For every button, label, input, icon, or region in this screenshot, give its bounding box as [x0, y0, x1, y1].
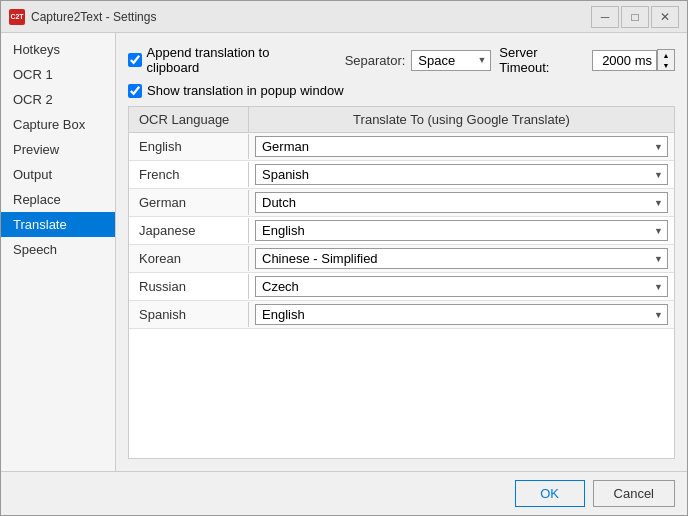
minimize-button[interactable]: ─ [591, 6, 619, 28]
sidebar-item-translate[interactable]: Translate [1, 212, 115, 237]
table-row: Korean Chinese - Simplified EnglishGerma… [129, 245, 674, 273]
ocr-language-cell: Korean [129, 246, 249, 271]
sidebar-item-capture-box[interactable]: Capture Box [1, 112, 115, 137]
table-row: German Dutch EnglishGermanFrenchSpanishJ… [129, 189, 674, 217]
separator-select-wrapper: Space None Tab Newline [411, 50, 491, 71]
show-translation-label[interactable]: Show translation in popup window [128, 83, 344, 98]
ocr-language-cell: German [129, 190, 249, 215]
sidebar-item-preview[interactable]: Preview [1, 137, 115, 162]
table-row: Russian Czech EnglishGermanFrenchSpanish… [129, 273, 674, 301]
translate-to-cell: Chinese - Simplified EnglishGermanFrench… [249, 245, 674, 272]
timeout-spinner: ▲ ▼ [657, 49, 675, 71]
table-row: French Spanish EnglishGermanFrenchDutchJ… [129, 161, 674, 189]
append-translation-label[interactable]: Append translation to clipboard [128, 45, 321, 75]
translate-select-wrapper: English GermanFrenchSpanishDutchJapanese… [255, 220, 668, 241]
table-header: OCR Language Translate To (using Google … [129, 107, 674, 133]
timeout-increment-button[interactable]: ▲ [658, 50, 674, 60]
translate-to-cell: Spanish EnglishGermanFrenchDutchJapanese… [249, 161, 674, 188]
separator-area: Separator: Space None Tab Newline [345, 50, 492, 71]
translate-select[interactable]: English GermanFrenchSpanishDutchJapanese… [255, 304, 668, 325]
window-title: Capture2Text - Settings [31, 10, 591, 24]
translation-table: OCR Language Translate To (using Google … [128, 106, 675, 459]
col-header-ocr: OCR Language [129, 107, 249, 132]
sidebar: Hotkeys OCR 1 OCR 2 Capture Box Preview … [1, 33, 116, 471]
sidebar-item-speech[interactable]: Speech [1, 237, 115, 262]
translate-select[interactable]: Czech EnglishGermanFrenchSpanishDutchJap… [255, 276, 668, 297]
translate-to-cell: Czech EnglishGermanFrenchSpanishDutchJap… [249, 273, 674, 300]
translate-select-wrapper: Dutch EnglishGermanFrenchSpanishJapanese… [255, 192, 668, 213]
bottom-bar: OK Cancel [1, 471, 687, 515]
translate-select-wrapper: English GermanFrenchSpanishDutchJapanese… [255, 304, 668, 325]
content-area: Hotkeys OCR 1 OCR 2 Capture Box Preview … [1, 33, 687, 471]
translate-select[interactable]: Chinese - Simplified EnglishGermanFrench… [255, 248, 668, 269]
table-row: Japanese English GermanFrenchSpanishDutc… [129, 217, 674, 245]
translate-to-cell: English GermanFrenchSpanishDutchJapanese… [249, 217, 674, 244]
translate-select[interactable]: Dutch EnglishGermanFrenchSpanishJapanese… [255, 192, 668, 213]
window-controls: ─ □ ✕ [591, 6, 679, 28]
server-timeout-label: Server Timeout: [499, 45, 586, 75]
ocr-language-cell: English [129, 134, 249, 159]
sidebar-item-hotkeys[interactable]: Hotkeys [1, 37, 115, 62]
separator-label: Separator: [345, 53, 406, 68]
maximize-button[interactable]: □ [621, 6, 649, 28]
title-bar: C2T Capture2Text - Settings ─ □ ✕ [1, 1, 687, 33]
translate-to-cell: Dutch EnglishGermanFrenchSpanishJapanese… [249, 189, 674, 216]
sidebar-item-ocr1[interactable]: OCR 1 [1, 62, 115, 87]
translate-to-cell: English GermanFrenchSpanishDutchJapanese… [249, 301, 674, 328]
timeout-row: ▲ ▼ [592, 49, 675, 71]
ocr-language-cell: French [129, 162, 249, 187]
table-row: Spanish English GermanFrenchSpanishDutch… [129, 301, 674, 329]
timeout-decrement-button[interactable]: ▼ [658, 60, 674, 70]
close-button[interactable]: ✕ [651, 6, 679, 28]
settings-window: C2T Capture2Text - Settings ─ □ ✕ Hotkey… [0, 0, 688, 516]
show-translation-row: Show translation in popup window [128, 83, 675, 98]
translate-select[interactable]: German EnglishFrenchSpanishDutchJapanese… [255, 136, 668, 157]
translate-select-wrapper: Czech EnglishGermanFrenchSpanishDutchJap… [255, 276, 668, 297]
translate-select-wrapper: German EnglishFrenchSpanishDutchJapanese… [255, 136, 668, 157]
ok-button[interactable]: OK [515, 480, 585, 507]
sidebar-item-ocr2[interactable]: OCR 2 [1, 87, 115, 112]
sidebar-item-output[interactable]: Output [1, 162, 115, 187]
ocr-language-cell: Russian [129, 274, 249, 299]
sidebar-item-replace[interactable]: Replace [1, 187, 115, 212]
cancel-button[interactable]: Cancel [593, 480, 675, 507]
ocr-language-cell: Spanish [129, 302, 249, 327]
table-row: English German EnglishFrenchSpanishDutch… [129, 133, 674, 161]
timeout-input[interactable] [592, 50, 657, 71]
separator-select[interactable]: Space None Tab Newline [411, 50, 491, 71]
ocr-language-cell: Japanese [129, 218, 249, 243]
timeout-area: Server Timeout: ▲ ▼ [499, 45, 675, 75]
translate-select-wrapper: Chinese - Simplified EnglishGermanFrench… [255, 248, 668, 269]
translate-select-wrapper: Spanish EnglishGermanFrenchDutchJapanese… [255, 164, 668, 185]
app-icon: C2T [9, 9, 25, 25]
main-panel: Append translation to clipboard Separato… [116, 33, 687, 471]
col-header-translate: Translate To (using Google Translate) [249, 107, 674, 132]
translate-select[interactable]: Spanish EnglishGermanFrenchDutchJapanese… [255, 164, 668, 185]
translate-select[interactable]: English GermanFrenchSpanishDutchJapanese… [255, 220, 668, 241]
append-translation-checkbox[interactable] [128, 53, 142, 67]
show-translation-checkbox[interactable] [128, 84, 142, 98]
translate-to-cell: German EnglishFrenchSpanishDutchJapanese… [249, 133, 674, 160]
append-translation-row: Append translation to clipboard Separato… [128, 45, 675, 75]
